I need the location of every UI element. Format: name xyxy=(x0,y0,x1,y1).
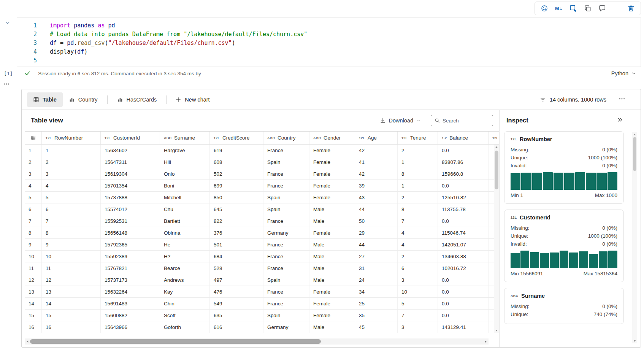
language-label: Python xyxy=(611,70,628,76)
column-header-Country[interactable]: ABC Country xyxy=(263,132,309,144)
table-body: 1115634602Hargrave619FranceFemale4220.02… xyxy=(25,145,499,333)
table-cell: Female xyxy=(309,156,355,168)
execution-count: [1] xyxy=(4,71,21,76)
column-header-RowNumber[interactable]: 12L RowNumber xyxy=(42,132,101,144)
column-header-partial[interactable]: 12L xyxy=(489,132,499,144)
vertical-scrollbar[interactable] xyxy=(494,145,499,333)
histogram-bar xyxy=(579,251,588,268)
more-options-button[interactable] xyxy=(612,4,621,13)
comment-button[interactable] xyxy=(598,4,606,13)
table-row[interactable]: 5515737888Mitchell850SpainFemale43212551… xyxy=(25,192,499,203)
code-cell[interactable]: 1import pandas as pd2# Load data into pa… xyxy=(17,17,641,67)
table-row[interactable]: 111115767821Bearce528FranceMale316102016… xyxy=(25,262,499,274)
collapse-inspect-button[interactable] xyxy=(617,117,623,124)
scroll-up-icon[interactable] xyxy=(495,145,498,149)
inspect-scrollbar[interactable] xyxy=(632,132,637,343)
table-cell: 27 xyxy=(355,251,398,262)
column-header-Tenure[interactable]: 12L Tenure xyxy=(398,132,438,144)
vertical-scrollbar-thumb[interactable] xyxy=(495,151,498,189)
double-chevron-right-icon xyxy=(617,117,623,123)
convert-to-code-cell-button[interactable] xyxy=(569,4,577,13)
collapse-cell-button[interactable] xyxy=(5,20,11,27)
table-row[interactable]: 6615574012Chu645SpainMale448113755.78 xyxy=(25,203,499,215)
table-cell: 1 xyxy=(42,145,101,156)
table-row[interactable]: 1115634602Hargrave619FranceFemale4220.0 xyxy=(25,145,499,156)
code-line: 3df = pd.read_csv("/lakehouse/default/Fi… xyxy=(17,39,641,48)
table-cell: France xyxy=(263,215,309,227)
stat-label: Missing: xyxy=(511,147,530,152)
results-more-button[interactable] xyxy=(619,95,625,103)
copilot-button[interactable] xyxy=(540,4,549,13)
scroll-down-icon[interactable] xyxy=(495,329,498,332)
table-cell: Goforth xyxy=(160,321,210,333)
table-row[interactable]: 101015592389H?684FranceMale272134603.88 xyxy=(25,251,499,262)
tab-country[interactable]: Country xyxy=(63,92,104,107)
min-max-row: Min 1 Max 1000 xyxy=(511,192,617,198)
scroll-down-icon[interactable] xyxy=(633,339,636,343)
column-type-badge: 12L xyxy=(359,136,365,140)
table-row[interactable]: 3315619304Onio502FranceFemale428159660.8 xyxy=(25,168,499,180)
row-index-cell: 14 xyxy=(25,298,42,309)
horizontal-scrollbar-thumb[interactable] xyxy=(30,339,321,344)
table-cell: 822 xyxy=(210,215,263,227)
table-row[interactable]: 9915792365He501FranceMale444142051.07 xyxy=(25,239,499,251)
table-row[interactable]: 8815656148Obinna376GermanyFemale29411504… xyxy=(25,227,499,239)
table-cell: Male xyxy=(309,215,355,227)
table-cell: 5 xyxy=(42,192,101,203)
language-selector[interactable]: Python xyxy=(611,70,636,76)
inspect-card-title: CustomerId xyxy=(520,214,550,221)
table-row[interactable]: 2215647311Hill608SpainFemale41183807.86 xyxy=(25,156,499,168)
copy-cell-button[interactable] xyxy=(584,4,592,13)
column-header-Age[interactable]: 12L Age xyxy=(355,132,398,144)
new-chart-button[interactable]: New chart xyxy=(170,92,215,107)
tab-hascrcards[interactable]: HasCrCards xyxy=(111,92,163,107)
table-row[interactable]: 4415701354Boni699FranceFemale3910.0 xyxy=(25,180,499,192)
table-cell: 0.0 xyxy=(438,274,489,286)
inspect-panel: Inspect 12L RowNumber Missing: 0 (0%) Un… xyxy=(499,110,641,347)
download-button[interactable]: Download xyxy=(380,118,421,124)
table-cell: 35 xyxy=(355,310,398,321)
table-row[interactable]: 151515600882Scott635SpainFemale3570.0 xyxy=(25,310,499,321)
table-cell: 15592531 xyxy=(101,215,160,227)
tab-table[interactable]: Table xyxy=(27,92,63,107)
table-row[interactable]: 161615643966Goforth616GermanyMale4531431… xyxy=(25,321,499,333)
search-input[interactable] xyxy=(443,118,489,124)
table-row[interactable]: 131315632264Kay476FranceFemale34100.0 xyxy=(25,286,499,298)
table-cell: 608 xyxy=(210,156,263,168)
column-header-Surname[interactable]: ABC Surname xyxy=(160,132,210,144)
tab-label: Table xyxy=(43,97,57,103)
column-header-Gender[interactable]: ABC Gender xyxy=(309,132,355,144)
table-row[interactable]: 7715592531Bartlett822FranceMale5070.0 xyxy=(25,215,499,227)
table-row[interactable]: 121215737173Andrews497SpainMale2430.0 xyxy=(25,274,499,286)
table-cell: Spain xyxy=(263,310,309,321)
table-cell: Mitchell xyxy=(160,192,210,203)
row-index-cell: 5 xyxy=(25,192,42,203)
table-cell: France xyxy=(263,298,309,309)
histogram-bar xyxy=(596,173,606,190)
column-header-CustomerId[interactable]: 12L CustomerId xyxy=(101,132,160,144)
scroll-left-icon[interactable] xyxy=(26,340,29,343)
cell-more-button[interactable] xyxy=(3,81,10,89)
column-header-CreditScore[interactable]: 12L CreditScore xyxy=(210,132,263,144)
row-index-header[interactable] xyxy=(25,132,42,144)
histogram-bar xyxy=(608,251,617,268)
markdown-button[interactable]: M xyxy=(555,4,563,13)
table-row[interactable]: 141415691483Chin549FranceFemale2550.0 xyxy=(25,298,499,310)
column-name: Surname xyxy=(174,135,195,141)
copilot-icon xyxy=(541,5,548,12)
column-name: CreditScore xyxy=(222,135,249,141)
column-type-badge: ABC xyxy=(164,136,171,140)
column-header-Balance[interactable]: 1.2 Balance xyxy=(438,132,489,144)
horizontal-scrollbar-track[interactable] xyxy=(29,338,484,345)
cell-status-text: - Session ready in 6 sec 812 ms. Command… xyxy=(35,71,201,76)
row-index-cell: 8 xyxy=(25,227,42,238)
scroll-right-icon[interactable] xyxy=(484,340,487,343)
table-cell: 616 xyxy=(210,321,263,333)
table-cell: 15737888 xyxy=(101,192,160,203)
inspect-scrollbar-thumb[interactable] xyxy=(633,137,636,171)
scroll-up-icon[interactable] xyxy=(633,133,636,136)
delete-cell-button[interactable] xyxy=(627,4,635,13)
table-cell: Spain xyxy=(263,203,309,215)
horizontal-scrollbar[interactable] xyxy=(25,338,489,345)
row-index-cell: 3 xyxy=(25,168,42,179)
